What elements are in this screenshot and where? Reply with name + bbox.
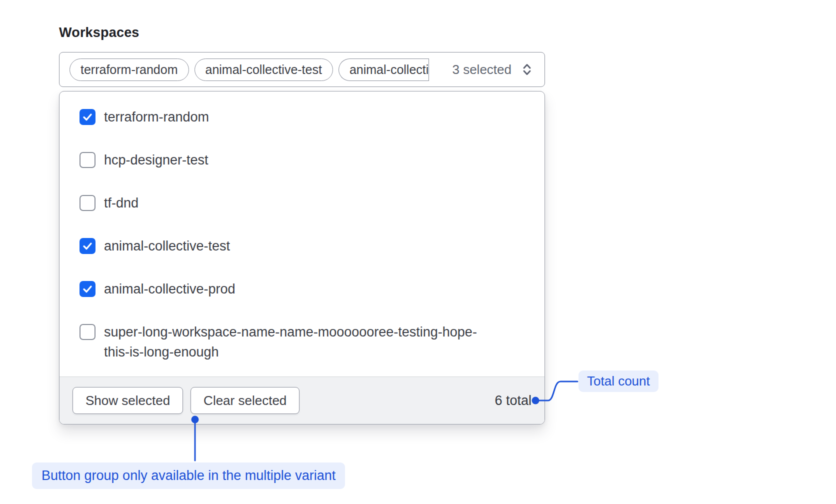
- option-checkbox[interactable]: [80, 195, 96, 211]
- options-list: terraform-random hcp-designer-test tf-dn…: [60, 92, 544, 376]
- option-row[interactable]: terraform-random: [60, 96, 544, 138]
- option-checkbox[interactable]: [80, 281, 96, 297]
- option-label: super-long-workspace-name-name-moooooore…: [104, 322, 496, 362]
- selected-pill-clipped: animal-collective-prod: [338, 58, 429, 81]
- option-label: animal-collective-prod: [104, 279, 236, 299]
- option-label: tf-dnd: [104, 193, 138, 213]
- option-row[interactable]: animal-collective-test: [60, 224, 544, 268]
- option-row[interactable]: animal-collective-prod: [60, 268, 544, 310]
- checkmark-icon: [82, 283, 94, 295]
- checkmark-icon: [82, 111, 94, 123]
- total-count-annotation: Total count: [578, 370, 658, 392]
- selected-pill: animal-collective-test: [194, 58, 333, 81]
- selected-count-text: 3 selected: [452, 62, 512, 78]
- select-trigger[interactable]: terraform-random animal-collective-test …: [59, 52, 545, 87]
- option-label: animal-collective-test: [104, 236, 230, 256]
- option-checkbox[interactable]: [80, 238, 96, 254]
- listbox-footer: Show selected Clear selected 6 total: [60, 376, 544, 424]
- button-group-annotation: Button group only available in the multi…: [32, 462, 345, 489]
- option-row[interactable]: super-long-workspace-name-name-moooooore…: [60, 310, 544, 376]
- option-checkbox[interactable]: [80, 324, 96, 340]
- option-label: terraform-random: [104, 107, 209, 127]
- option-checkbox[interactable]: [80, 109, 96, 125]
- selected-pill: animal-collective-prod: [338, 58, 429, 81]
- clear-selected-button[interactable]: Clear selected: [190, 387, 300, 414]
- checkmark-icon: [82, 240, 94, 252]
- show-selected-button[interactable]: Show selected: [72, 387, 183, 414]
- workspaces-label: Workspaces: [59, 25, 545, 40]
- option-checkbox[interactable]: [80, 152, 96, 168]
- caret-sort-icon: [520, 62, 534, 77]
- workspaces-select: Workspaces terraform-random animal-colle…: [59, 25, 545, 424]
- selected-pill: terraform-random: [70, 58, 189, 81]
- total-count-text: 6 total: [494, 393, 532, 408]
- option-row[interactable]: hcp-designer-test: [60, 138, 544, 182]
- select-listbox: terraform-random hcp-designer-test tf-dn…: [59, 91, 545, 424]
- option-row[interactable]: tf-dnd: [60, 182, 544, 224]
- option-label: hcp-designer-test: [104, 150, 208, 170]
